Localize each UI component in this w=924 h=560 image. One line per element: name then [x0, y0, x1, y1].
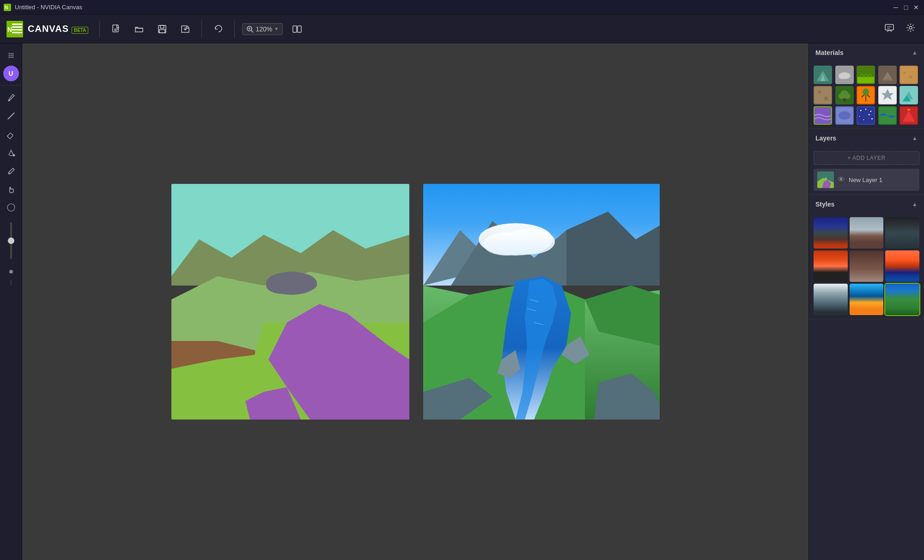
svg-point-32	[8, 57, 10, 58]
save-button[interactable]	[153, 21, 171, 37]
main-content: U	[0, 43, 924, 560]
toolbar-divider-2	[201, 21, 202, 37]
styles-header[interactable]: Styles ▲	[809, 195, 924, 213]
material-rock[interactable]	[878, 66, 897, 84]
layer-name: New Layer 1	[849, 177, 916, 183]
export-button[interactable]	[176, 21, 194, 37]
svg-rect-37	[7, 133, 13, 139]
eyedropper-tool-button[interactable]	[3, 163, 19, 180]
style-item-rock-canyon[interactable]	[850, 250, 884, 282]
style-item-dark-cave[interactable]	[885, 217, 919, 249]
svg-point-30	[10, 55, 12, 56]
svg-point-99	[838, 111, 851, 120]
line-icon	[6, 111, 16, 121]
right-panel: Materials ▲	[808, 43, 924, 560]
segmentation-canvas[interactable]	[171, 184, 409, 420]
material-dirt[interactable]	[814, 86, 832, 104]
style-item-ocean-sunset[interactable]	[885, 250, 919, 282]
style-item-beach[interactable]	[850, 284, 884, 315]
brush-tool-button[interactable]	[3, 89, 19, 106]
avatar-button[interactable]: U	[3, 66, 19, 81]
grid-menu-button[interactable]	[3, 47, 19, 64]
svg-rect-13	[160, 25, 164, 28]
app-icon: N	[4, 4, 11, 11]
dot-1	[11, 280, 12, 281]
styles-section: Styles ▲	[809, 195, 924, 319]
painting-svg	[171, 184, 409, 420]
material-water[interactable]	[814, 106, 832, 125]
slider-thumb[interactable]	[8, 237, 14, 244]
minimize-button[interactable]: ─	[892, 3, 900, 12]
nvidia-logo-icon: N	[6, 20, 24, 38]
fill-tool-button[interactable]	[3, 145, 19, 161]
style-item-snowy[interactable]	[814, 284, 848, 315]
material-mountain[interactable]	[814, 66, 832, 84]
svg-rect-20	[293, 26, 297, 32]
style-thumbnail	[850, 250, 884, 282]
save-icon	[157, 24, 167, 34]
title-bar-title: N Untitled - NVIDIA Canvas	[4, 4, 82, 11]
layer-visibility-icon[interactable]: 👁	[838, 176, 845, 184]
maximize-button[interactable]: □	[902, 3, 910, 12]
material-volcano[interactable]	[900, 106, 918, 125]
zoom-control[interactable]: 120% ▼	[242, 23, 283, 35]
hand-icon	[6, 185, 16, 195]
materials-header[interactable]: Materials ▲	[809, 43, 924, 62]
svg-point-58	[504, 229, 555, 255]
eraser-tool-button[interactable]	[3, 126, 19, 143]
grid-menu-icon	[7, 51, 15, 60]
svg-point-76	[845, 74, 851, 78]
svg-rect-22	[885, 24, 894, 30]
feedback-button[interactable]	[881, 20, 897, 38]
rendered-canvas[interactable]	[423, 184, 660, 420]
svg-point-84	[818, 90, 821, 93]
material-grass[interactable]	[857, 66, 875, 84]
style-item-blue-mountains[interactable]	[814, 217, 848, 249]
material-snow[interactable]	[878, 86, 897, 104]
settings-button[interactable]	[903, 20, 918, 38]
material-tundra[interactable]	[900, 86, 918, 104]
svg-rect-89	[843, 98, 845, 101]
svg-text:N: N	[7, 26, 12, 33]
material-lake[interactable]	[835, 106, 854, 125]
style-item-cloudy[interactable]	[850, 217, 884, 249]
svg-point-33	[10, 57, 12, 58]
material-sand[interactable]	[900, 66, 918, 84]
materials-chevron-icon: ▲	[912, 49, 918, 56]
fill-icon	[6, 148, 16, 158]
brush-size-slider[interactable]	[10, 219, 12, 263]
rendered-svg	[423, 184, 660, 420]
toggle-view-button[interactable]	[288, 21, 306, 37]
new-button[interactable]	[107, 21, 125, 37]
window-title: Untitled - NVIDIA Canvas	[15, 4, 82, 11]
eyedropper-icon	[6, 167, 16, 176]
style-item-green-valley[interactable]	[885, 284, 919, 315]
layers-header[interactable]: Layers ▲	[809, 129, 924, 147]
styles-chevron-icon: ▲	[912, 201, 918, 207]
material-stars[interactable]	[857, 106, 875, 125]
circle-indicator-icon	[6, 202, 17, 213]
material-bush[interactable]	[835, 86, 854, 104]
close-button[interactable]: ✕	[912, 3, 920, 12]
svg-point-103	[870, 111, 872, 112]
move-tool-button[interactable]	[3, 182, 19, 198]
material-desert-tree[interactable]	[857, 86, 875, 104]
eraser-icon	[6, 130, 16, 139]
window-controls: ─ □ ✕	[892, 3, 920, 12]
zoom-icon	[246, 25, 254, 33]
style-item-sunset-red[interactable]	[814, 250, 848, 282]
add-layer-button[interactable]: + ADD LAYER	[814, 151, 919, 165]
line-tool-button[interactable]	[3, 108, 19, 124]
svg-point-28	[12, 53, 13, 55]
brush-icon	[6, 93, 16, 102]
feedback-icon	[884, 23, 894, 33]
material-river[interactable]	[878, 106, 897, 125]
layers-title: Layers	[815, 134, 836, 142]
app-name: CANVAS	[28, 24, 69, 34]
undo-button[interactable]	[209, 21, 227, 37]
left-toolbar-dots	[11, 279, 12, 287]
layer-item[interactable]: 👁 New Layer 1	[814, 169, 919, 191]
beta-badge: BETA	[72, 27, 88, 34]
material-cloud[interactable]	[835, 66, 854, 84]
open-button[interactable]	[130, 21, 148, 37]
